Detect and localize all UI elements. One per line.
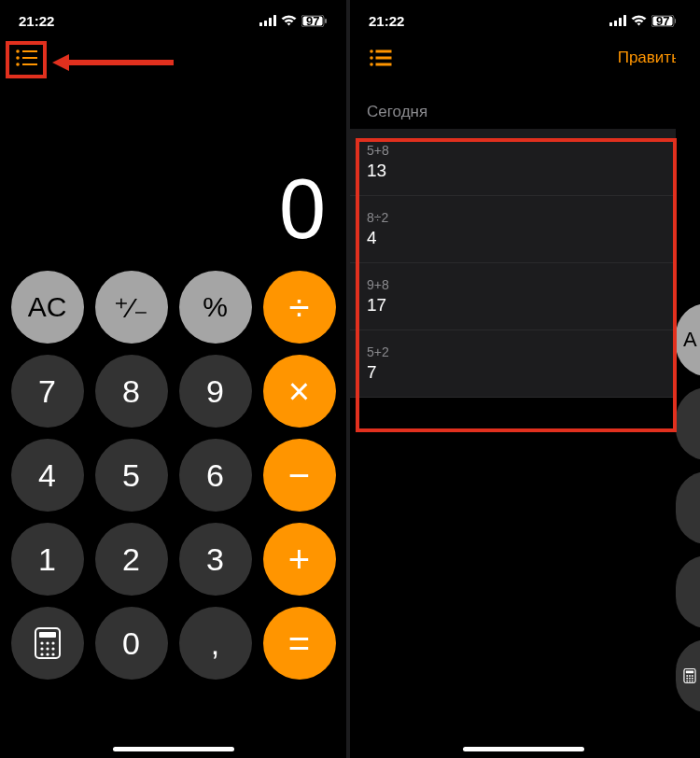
history-button[interactable] xyxy=(13,48,41,68)
minus-button[interactable]: − xyxy=(263,439,336,512)
calculator-display: 0 xyxy=(0,75,346,271)
status-time: 21:22 xyxy=(369,13,404,29)
one-button-partial[interactable] xyxy=(676,555,700,628)
adjacent-screen-sliver: A xyxy=(676,0,700,758)
divide-button[interactable]: ÷ xyxy=(263,271,336,344)
svg-rect-32 xyxy=(376,50,391,52)
home-indicator[interactable] xyxy=(113,747,234,751)
svg-point-23 xyxy=(51,653,54,655)
history-item[interactable]: 5+2 7 xyxy=(350,330,696,398)
svg-rect-36 xyxy=(376,63,391,65)
battery-icon: 97 xyxy=(301,15,328,27)
battery-percent: 97 xyxy=(656,15,669,27)
eight-button[interactable]: 8 xyxy=(95,355,168,428)
nine-button[interactable]: 9 xyxy=(179,355,252,428)
svg-point-46 xyxy=(689,681,691,682)
wifi-icon xyxy=(631,15,647,26)
battery-icon: 97 xyxy=(651,15,678,27)
four-button[interactable]: 4 xyxy=(11,439,84,512)
svg-point-39 xyxy=(686,675,688,677)
svg-point-43 xyxy=(689,678,691,680)
edit-button[interactable]: Править xyxy=(618,49,679,67)
svg-point-19 xyxy=(46,647,49,650)
svg-rect-0 xyxy=(259,22,262,26)
four-button-partial[interactable] xyxy=(676,471,700,544)
svg-rect-38 xyxy=(686,670,693,673)
decimal-button[interactable]: , xyxy=(179,607,252,680)
svg-point-16 xyxy=(46,641,49,644)
history-header: Править xyxy=(350,41,696,75)
one-button[interactable]: 1 xyxy=(11,523,84,596)
history-result: 4 xyxy=(367,228,679,248)
svg-point-9 xyxy=(16,56,20,60)
history-result: 13 xyxy=(367,161,679,181)
svg-rect-27 xyxy=(623,15,626,26)
calculator-screen-main: 21:22 97 0 AC xyxy=(0,0,346,758)
calculator-keypad: AC ⁺∕₋ % ÷ 7 8 9 × 4 5 6 − 1 2 3 + 0 , = xyxy=(0,271,346,700)
list-icon xyxy=(370,49,392,66)
two-button[interactable]: 2 xyxy=(95,523,168,596)
history-expression: 5+2 xyxy=(367,344,679,359)
svg-point-22 xyxy=(46,653,49,655)
svg-rect-2 xyxy=(269,18,272,26)
history-item[interactable]: 8÷2 4 xyxy=(350,196,696,263)
battery-percent: 97 xyxy=(306,15,319,27)
seven-button-partial[interactable] xyxy=(676,387,700,460)
svg-point-11 xyxy=(16,63,20,66)
wifi-icon xyxy=(281,15,297,26)
calculator-mode-button[interactable] xyxy=(11,607,84,680)
status-icons: 97 xyxy=(609,15,678,27)
plus-button[interactable]: + xyxy=(263,523,336,596)
calculator-screen-history: 21:22 97 Править Сег xyxy=(350,0,696,758)
svg-point-41 xyxy=(692,675,693,677)
clear-button-partial[interactable]: A xyxy=(676,303,700,376)
history-expression: 8÷2 xyxy=(367,210,679,225)
home-indicator[interactable] xyxy=(463,747,584,751)
status-time: 21:22 xyxy=(19,13,54,29)
svg-rect-25 xyxy=(614,21,617,26)
list-icon xyxy=(16,49,38,66)
svg-point-47 xyxy=(692,681,693,682)
five-button[interactable]: 5 xyxy=(95,439,168,512)
clear-button[interactable]: AC xyxy=(11,271,84,344)
history-result: 7 xyxy=(367,362,679,383)
percent-button[interactable]: % xyxy=(179,271,252,344)
svg-rect-26 xyxy=(619,18,622,26)
svg-point-35 xyxy=(370,63,373,66)
svg-rect-3 xyxy=(273,15,276,26)
sign-button[interactable]: ⁺∕₋ xyxy=(95,271,168,344)
six-button[interactable]: 6 xyxy=(179,439,252,512)
history-result: 17 xyxy=(367,295,679,316)
history-section-title: Сегодня xyxy=(350,75,696,129)
svg-rect-6 xyxy=(325,19,327,23)
svg-point-45 xyxy=(686,681,688,682)
history-button[interactable] xyxy=(367,48,395,68)
cellular-signal-icon xyxy=(609,15,626,26)
svg-rect-14 xyxy=(39,632,56,638)
svg-rect-24 xyxy=(609,22,612,26)
svg-rect-8 xyxy=(22,50,37,52)
status-bar: 21:22 97 xyxy=(0,0,346,41)
status-icons: 97 xyxy=(259,15,328,27)
cellular-signal-icon xyxy=(259,15,276,26)
history-expression: 5+8 xyxy=(367,143,679,158)
status-bar: 21:22 97 xyxy=(350,0,696,41)
three-button[interactable]: 3 xyxy=(179,523,252,596)
svg-rect-1 xyxy=(264,21,267,26)
seven-button[interactable]: 7 xyxy=(11,355,84,428)
svg-rect-12 xyxy=(22,63,37,65)
calculator-mode-button-partial[interactable] xyxy=(676,639,700,712)
svg-point-18 xyxy=(40,647,43,650)
svg-point-42 xyxy=(686,678,688,680)
svg-rect-34 xyxy=(376,57,391,59)
multiply-button[interactable]: × xyxy=(263,355,336,428)
svg-point-17 xyxy=(51,641,54,644)
history-item[interactable]: 5+8 13 xyxy=(350,129,696,196)
calculator-icon xyxy=(34,626,62,660)
zero-button[interactable]: 0 xyxy=(95,607,168,680)
svg-point-40 xyxy=(689,675,691,677)
history-expression: 9+8 xyxy=(367,277,679,292)
equals-button[interactable]: = xyxy=(263,607,336,680)
history-item[interactable]: 9+8 17 xyxy=(350,263,696,330)
svg-point-20 xyxy=(51,647,54,650)
